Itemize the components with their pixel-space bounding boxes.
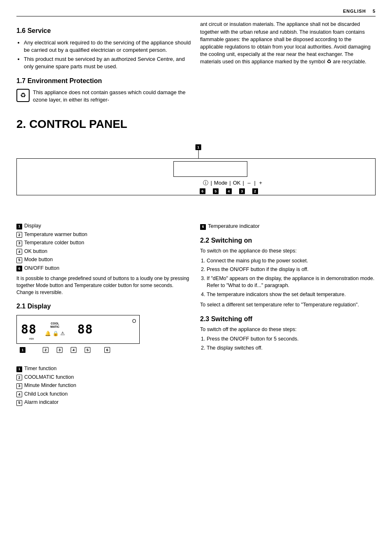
display-diagram: 88 min COOLMATIC 🔔 🔒 ⚠ 88 O [16,315,140,344]
disp-num-5: 5 [85,347,90,353]
control-note: It is possible to change predefined soun… [16,275,192,296]
mode-btn-label[interactable]: Mode [214,179,228,187]
language-label: ENGLISH [343,9,366,14]
min-label: min [29,337,34,341]
display-diagram-wrapper: 88 min COOLMATIC 🔔 🔒 ⚠ 88 O [16,315,192,353]
list-item: Connect the mains plug to the power sock… [207,257,376,265]
display-icons-row: 🔔 🔒 ⚠ [45,330,65,337]
disp-item-num-4: 4 [16,392,22,397]
control-items-column: 1 Display 2 Temperature warmer button 3 … [16,222,192,409]
disp-item-num-1: 1 [16,366,22,372]
page-number: 5 [373,9,376,14]
item-label-4: OK button [24,248,47,255]
control-panel-diagram-wrapper: 1 ⓘ | Mode | OK | – | + [16,144,376,202]
buttons-row: ⓘ | Mode | OK | – | + [203,179,263,187]
item-num-6: 6 [16,266,22,271]
left-seg-display: 88 [21,321,37,338]
item-label-2: Temperature warmer button [24,231,88,239]
list-item: Any electrical work required to do the s… [24,39,192,54]
list-item: 1 Timer function [16,365,192,373]
disp-item-label-3: Minute Minder function [24,382,76,389]
item-label-3: Temperature colder button [24,239,84,247]
section-1-7-heading: 1.7 Environment Protection [16,76,192,86]
item-label-5: Mode button [24,256,53,264]
disp-num-1: 1 [20,347,25,353]
list-item: Press the ON/OFF button if the display i… [207,266,376,273]
o-indicator: O [132,318,136,325]
section-2-2-footer: To select a different set temperature re… [200,301,376,309]
list-item: 4 OK button [16,248,192,255]
coolmatic-label: COOLMATIC [51,322,60,328]
section-1-6-heading: 1.6 Service [16,26,192,35]
temp-indicator-label: Temperature indicator [208,222,260,230]
disp-item-num-5: 5 [16,400,22,406]
list-item: 3 Minute Minder function [16,382,192,389]
minus-btn-label[interactable]: – [246,179,252,187]
temp-indicator-num: 6 [200,224,206,230]
right-content-column: 6 Temperature indicator 2.2 Switching on… [200,222,376,409]
section-2-3-intro: To switch off the appliance do these ste… [200,326,376,334]
list-item: This product must be serviced by an auth… [24,56,192,70]
diag-num-2: 2 [252,188,258,194]
right-column: ant circuit or insulation materials. The… [200,21,376,106]
disp-item-label-1: Timer function [24,365,57,373]
lock-icon: 🔒 [53,330,59,337]
disp-num-3: 3 [57,347,62,353]
list-item: 5 Alarm indicator [16,399,192,406]
diagram-bottom-nums: 6 5 4 3 2 [200,188,258,194]
btn-sep-1: | [210,179,212,187]
item-num-4: 4 [16,249,22,255]
btn-sep-4: | [254,179,255,187]
list-item: 3 Temperature colder button [16,239,192,247]
env-protection-box: ♻ This appliance does not contain gasses… [16,89,192,106]
disp-num-item-3: 3 [57,347,62,353]
disp-item-num-3: 3 [16,383,22,389]
control-panel-diagram: ⓘ | Mode | OK | – | + 6 5 4 3 2 [16,158,376,195]
onoff-btn-icon[interactable]: ⓘ [203,179,208,187]
diag-num-4: 4 [226,188,232,194]
item-num-1: 1 [16,224,22,229]
btn-sep-2: | [229,179,231,187]
diag-num-6: 6 [200,188,205,194]
disp-num-item-1: 1 [20,347,25,353]
list-item: If "dEMo" appears on the display, the ap… [207,275,376,290]
diagram-num-1: 1 [196,144,201,150]
control-items-list: 1 Display 2 Temperature warmer button 3 … [16,222,192,272]
right-col-text: ant circuit or insulation materials. The… [200,21,376,65]
ok-btn-label[interactable]: OK [233,179,241,187]
section-2-heading: 2. CONTROL PANEL [16,116,376,132]
list-item: 6 ON/OFF button [16,265,192,272]
list-item: Press the ON/OFF button for 5 seconds. [207,336,376,343]
list-item: 4 Child Lock function [16,391,192,398]
btn-sep-3: | [243,179,244,187]
list-item: 2 COOLMATIC function [16,374,192,381]
item-num-2: 2 [16,232,22,238]
section-2-2-heading: 2.2 Switching on [200,236,376,245]
list-item: 5 Mode button [16,256,192,264]
diag-num-3: 3 [239,188,245,194]
display-items-list: 1 Timer function 2 COOLMATIC function 3 … [16,365,192,406]
disp-item-label-2: COOLMATIC function [24,374,74,381]
right-seg-display: 88 [77,321,93,338]
item-label-1: Display [24,222,41,230]
list-item: 2 Temperature warmer button [16,231,192,239]
disp-num-6: 6 [104,347,110,353]
list-item: 1 Display [16,222,192,230]
disp-num-item-2: 2 [43,347,48,353]
display-box [173,161,247,177]
plus-btn-label[interactable]: + [258,179,264,187]
section-2-3-steps: Press the ON/OFF button for 5 seconds. T… [207,336,376,352]
disp-num-item-4: 4 [71,347,76,353]
diag-num-5: 5 [213,188,219,194]
section-2-3-heading: 2.3 Switching off [200,315,376,324]
warning-icon: ⚠ [60,330,65,337]
list-item: The temperature indicators show the set … [207,291,376,299]
disp-item-label-4: Child Lock function [24,391,68,398]
item-num-5: 5 [16,257,22,263]
disp-num-item-5: 5 [85,347,90,353]
env-text: This appliance does not contain gasses w… [33,89,192,104]
disp-num-item-6: 6 [104,347,110,353]
section-2-2-steps: Connect the mains plug to the power sock… [207,257,376,299]
disp-item-num-2: 2 [16,375,22,380]
bell-icon: 🔔 [45,330,51,337]
